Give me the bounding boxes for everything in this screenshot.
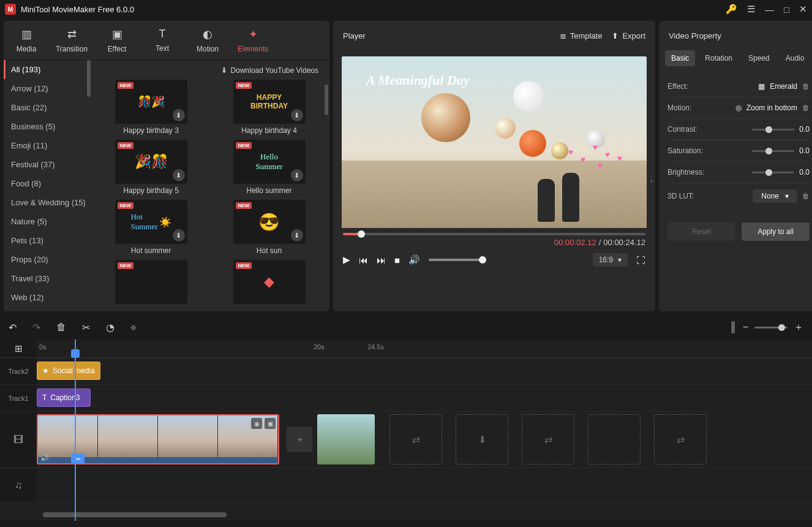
next-frame-button[interactable]: ⏭ [377, 255, 386, 265]
template-button[interactable]: ≣Template [560, 31, 603, 40]
fit-timeline-button[interactable]: ║ [729, 322, 736, 333]
delete-icon[interactable]: 🗑 [802, 104, 810, 112]
seek-bar[interactable] [343, 233, 645, 235]
timeline-ruler[interactable]: 0s 20s 24.5s [37, 339, 812, 357]
zoom-out-button[interactable]: − [743, 322, 748, 333]
clip-copy-icon[interactable]: ▣ [265, 418, 276, 429]
contrast-row: Contrast: 0.0 [667, 119, 810, 140]
tab-text[interactable]: TText [140, 21, 185, 59]
aspect-ratio-select[interactable]: 16:9▾ [593, 253, 628, 267]
category-item[interactable]: Festival (37) [4, 155, 91, 174]
category-list[interactable]: All (193) Arrow (12) Basic (22) Business… [4, 60, 91, 311]
prev-frame-button[interactable]: ⏮ [359, 255, 368, 265]
clip-social-media[interactable]: ★Social media [37, 362, 100, 380]
category-item[interactable]: Basic (22) [4, 98, 91, 117]
fullscreen-button[interactable]: ⛶ [636, 255, 645, 265]
prop-tab-rotation[interactable]: Rotation [699, 50, 739, 66]
tab-motion[interactable]: ◐Motion [185, 21, 230, 59]
motion-preset-icon[interactable]: ◎ [735, 104, 742, 112]
element-thumb[interactable]: NEW [96, 260, 206, 304]
element-thumb[interactable]: NEW🎊🎉⬇ Happy birthday 3 [96, 80, 206, 135]
redo-button[interactable]: ↷ [32, 322, 40, 333]
category-item[interactable]: All (193) [4, 60, 91, 79]
audio-icon[interactable]: 🔊 [40, 454, 49, 462]
element-thumb[interactable]: NEWHello Summer⬇ Hello summer [214, 140, 325, 195]
split-button[interactable]: ✂ [82, 322, 90, 333]
minimize-button[interactable]: ― [765, 4, 774, 15]
element-thumb[interactable]: NEWHot Summer☀️⬇ Hot summer [96, 200, 206, 255]
download-icon[interactable]: ⬇ [173, 229, 185, 241]
close-button[interactable]: ✕ [799, 4, 807, 15]
clip-caption[interactable]: TCaption3 [37, 389, 91, 407]
maximize-button[interactable]: □ [784, 4, 789, 15]
delete-button[interactable]: 🗑 [56, 322, 66, 333]
category-item[interactable]: Arrow (12) [4, 79, 91, 98]
tab-media[interactable]: ▥Media [4, 21, 49, 59]
app-logo: M [5, 4, 16, 15]
export-button[interactable]: ⬆Export [612, 31, 645, 40]
apply-all-button[interactable]: Apply to all [742, 222, 810, 241]
category-item[interactable]: Love & Wedding (15) [4, 193, 91, 212]
download-youtube-link[interactable]: ⬇Download YouTube Videos [96, 64, 325, 80]
crop-button[interactable]: ⟐ [130, 322, 137, 333]
category-item[interactable]: Props (20) [4, 250, 91, 269]
empty-slot[interactable]: ⬇ [456, 414, 508, 464]
volume-slider[interactable] [429, 259, 486, 261]
download-icon[interactable]: ⬇ [291, 229, 303, 241]
element-thumb[interactable]: NEW🎉🎊⬇ Happy birthday 5 [96, 140, 206, 195]
add-track-icon[interactable]: ⊞ [15, 343, 23, 354]
lut-select[interactable]: None▾ [753, 189, 797, 203]
speed-button[interactable]: ◔ [106, 322, 115, 333]
undo-button[interactable]: ↶ [9, 322, 17, 333]
video-clip-1[interactable]: 🔊 ✂ ◉▣ [37, 414, 279, 464]
download-icon[interactable]: ⬇ [291, 109, 303, 121]
download-icon[interactable]: ⬇ [291, 169, 303, 181]
element-thumb[interactable]: NEW◆ [214, 260, 325, 304]
empty-slot[interactable]: ⇄ [389, 414, 442, 464]
element-thumb[interactable]: NEWHAPPY BIRTHDAY⬇ Happy birthday 4 [214, 80, 325, 135]
timeline-scrollbar[interactable] [43, 512, 227, 517]
prop-tab-basic[interactable]: Basic [665, 50, 695, 66]
category-item[interactable]: Web (12) [4, 288, 91, 307]
contrast-slider[interactable] [751, 129, 794, 131]
video-clip-2[interactable] [317, 414, 375, 464]
key-icon[interactable]: 🔑 [726, 4, 737, 15]
element-thumb[interactable]: NEW😎⬇ Hot sun [214, 200, 325, 255]
reset-button[interactable]: Reset [667, 222, 735, 241]
brightness-slider[interactable] [751, 172, 794, 173]
prop-tab-speed[interactable]: Speed [742, 50, 776, 66]
empty-slot[interactable] [588, 414, 641, 464]
split-marker[interactable]: ✂ [71, 453, 85, 464]
download-icon[interactable]: ⬇ [173, 169, 185, 181]
category-item[interactable]: Emoji (11) [4, 136, 91, 155]
effect-preset-icon[interactable]: ▦ [758, 82, 765, 91]
saturation-slider[interactable] [751, 150, 794, 152]
tab-effect[interactable]: ▣Effect [94, 21, 140, 59]
category-item[interactable]: Business (5) [4, 117, 91, 136]
category-item[interactable]: Food (8) [4, 174, 91, 193]
expand-handle[interactable]: › [647, 168, 655, 192]
play-button[interactable]: ▶ [343, 254, 350, 265]
zoom-slider[interactable] [754, 327, 788, 328]
transition-icon: ⇄ [67, 28, 77, 41]
tab-elements[interactable]: ✦Elements [230, 21, 276, 59]
video-preview[interactable]: ♥♥ ♥♥ ♥♥ A Meaningful Day [342, 56, 647, 228]
download-icon[interactable]: ⬇ [173, 109, 185, 121]
scrollbar[interactable] [325, 85, 328, 115]
volume-icon[interactable]: 🔊 [408, 254, 420, 265]
transition-slot[interactable]: ✦ [287, 427, 312, 452]
delete-icon[interactable]: 🗑 [802, 192, 810, 200]
zoom-in-button[interactable]: ＋ [794, 321, 803, 334]
delete-icon[interactable]: 🗑 [802, 82, 810, 91]
empty-slot[interactable]: ⇄ [654, 414, 707, 464]
category-item[interactable]: Travel (33) [4, 269, 91, 288]
clip-effect-icon[interactable]: ◉ [251, 418, 262, 429]
category-item[interactable]: Nature (5) [4, 212, 91, 231]
empty-slot[interactable]: ⇄ [522, 414, 574, 464]
tab-transition[interactable]: ⇄Transition [49, 21, 94, 59]
stop-button[interactable]: ■ [394, 255, 400, 265]
playhead[interactable] [75, 339, 76, 521]
category-item[interactable]: Pets (13) [4, 231, 91, 250]
prop-tab-audio[interactable]: Audio [780, 50, 811, 66]
menu-icon[interactable]: ☰ [747, 4, 755, 15]
